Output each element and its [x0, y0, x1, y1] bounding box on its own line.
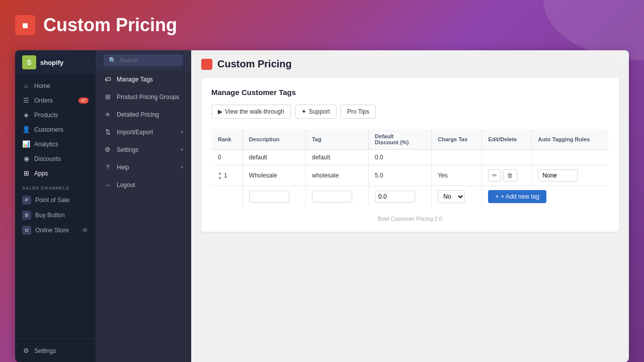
- online-store-settings-icon[interactable]: 👁: [82, 226, 89, 234]
- rank-down-arrow[interactable]: ▼: [218, 176, 222, 180]
- row0-discount: 0.0: [369, 150, 432, 165]
- help-icon: ?: [104, 163, 112, 171]
- sidebar-item-orders-label: Orders: [34, 97, 53, 104]
- shopify-sidebar: S shopify ⌂ Home ☰ Orders 47 ◈ Products …: [15, 50, 96, 362]
- card-inner: Manage Customer Tags ▶ View the walk-thr…: [201, 78, 619, 232]
- new-description-input[interactable]: [249, 191, 289, 203]
- rank-value: 1: [224, 172, 227, 179]
- submenu-logout-label: Logout: [117, 182, 135, 189]
- sidebar-item-point-of-sale[interactable]: P Point of Sale: [15, 193, 96, 208]
- action-buttons: ▶ View the walk-through ✦ Support Pro Ti…: [211, 105, 609, 119]
- submenu-settings-label: Settings: [117, 146, 138, 153]
- submenu-item-help[interactable]: ? Help ▾: [96, 158, 191, 176]
- section-title: Manage Customer Tags: [211, 88, 609, 97]
- buy-button-icon: B: [22, 211, 31, 220]
- submenu-item-detailed-pricing[interactable]: ≡ Detailed Pricing: [96, 106, 191, 123]
- submenu-item-manage-tags[interactable]: 🏷 Manage Tags: [96, 70, 191, 88]
- col-edit-delete: Edit/Delete: [482, 129, 532, 150]
- settings-arrow: ▾: [181, 147, 183, 152]
- new-row-discount[interactable]: [369, 186, 432, 208]
- app-logo: ■: [15, 15, 35, 35]
- page-header-icon: [201, 59, 212, 70]
- delete-button[interactable]: 🗑: [503, 169, 517, 182]
- product-pricing-icon: ⊞: [104, 93, 112, 101]
- sales-channels-label: SALES CHANNELS: [15, 180, 96, 193]
- sidebar-item-home[interactable]: ⌂ Home: [15, 78, 96, 93]
- sidebar-item-discounts[interactable]: ◉ Discounts: [15, 151, 96, 166]
- row1-auto-tagging: None: [532, 165, 609, 186]
- search-input[interactable]: [119, 57, 178, 64]
- buy-button-label: Buy Button: [35, 212, 65, 219]
- new-row-charge-tax[interactable]: No Yes: [432, 186, 482, 208]
- row0-rank: 0: [212, 150, 243, 165]
- sidebar-settings-label: Settings: [34, 347, 56, 354]
- new-tag-input[interactable]: [312, 191, 352, 203]
- content-area: Custom Pricing Manage Customer Tags ▶ Vi…: [191, 50, 629, 362]
- app-submenu: 🔍 🏷 Manage Tags ⊞ Product Pricing Groups…: [96, 50, 191, 362]
- walkthrough-button[interactable]: ▶ View the walk-through: [211, 105, 291, 119]
- sidebar-item-settings[interactable]: ⚙ Settings: [15, 343, 96, 358]
- support-button[interactable]: ✦ Support: [295, 105, 337, 119]
- page-header: Custom Pricing: [201, 58, 619, 70]
- settings-icon: ⚙: [22, 347, 30, 354]
- pro-tips-button[interactable]: Pro Tips: [341, 105, 376, 119]
- add-icon: +: [495, 193, 499, 200]
- page-title: Custom Pricing: [217, 58, 292, 70]
- detailed-pricing-icon: ≡: [104, 111, 112, 118]
- sidebar-item-customers[interactable]: 👤 Customers: [15, 122, 96, 137]
- col-description: Description: [243, 129, 305, 150]
- submenu-item-logout[interactable]: → Logout: [96, 176, 191, 194]
- main-content: Custom Pricing Manage Customer Tags ▶ Vi…: [191, 50, 629, 362]
- nav-items: ⌂ Home ☰ Orders 47 ◈ Products 👤 Customer…: [15, 74, 96, 339]
- logout-icon: →: [104, 181, 112, 189]
- edit-button[interactable]: ✏: [488, 169, 501, 182]
- row1-edit-delete: ✏ 🗑: [482, 165, 532, 186]
- row0-auto-tagging: [532, 150, 609, 165]
- new-row-tag[interactable]: [305, 186, 368, 208]
- submenu-product-pricing-label: Product Pricing Groups: [117, 94, 179, 101]
- sidebar-item-analytics-label: Analytics: [34, 141, 58, 148]
- rank-up-arrow[interactable]: ▲: [218, 171, 222, 175]
- analytics-icon: 📊: [22, 140, 30, 148]
- help-arrow: ▾: [181, 164, 183, 170]
- new-discount-input[interactable]: [375, 191, 415, 203]
- col-default-discount: DefaultDiscount (%): [369, 129, 432, 150]
- row0-charge-tax: [432, 150, 482, 165]
- footer-text: Bold Customer Pricing 2.0: [211, 216, 609, 222]
- table-row: 0 default default 0.0: [212, 150, 609, 165]
- col-auto-tagging: Auto Tagging Rules: [532, 129, 609, 150]
- sidebar-item-apps[interactable]: ⊞ Apps: [15, 166, 96, 180]
- submenu-settings-icon: ⚙: [104, 146, 112, 153]
- add-tag-label: + Add new tag: [501, 193, 539, 200]
- pos-icon: P: [22, 196, 31, 205]
- row1-discount: 5.0: [369, 165, 432, 186]
- row1-rank: ▲ ▼ 1: [212, 165, 243, 186]
- add-new-tag-button[interactable]: + + Add new tag: [488, 190, 546, 203]
- submenu-item-import-export[interactable]: ⇅ Import/Export ▾: [96, 123, 191, 141]
- online-store-label: Online Store: [35, 227, 69, 234]
- auto-tagging-select[interactable]: None: [538, 169, 578, 182]
- sidebar-item-analytics[interactable]: 📊 Analytics: [15, 137, 96, 151]
- pos-label: Point of Sale: [35, 197, 69, 204]
- apps-icon: ⊞: [22, 169, 30, 177]
- sidebar-item-orders[interactable]: ☰ Orders 47: [15, 93, 96, 108]
- new-row-add: + + Add new tag: [482, 186, 609, 208]
- manage-tags-icon: 🏷: [104, 75, 112, 83]
- submenu-item-settings[interactable]: ⚙ Settings ▾: [96, 141, 191, 158]
- row0-edit-delete: [482, 150, 532, 165]
- app-title: Custom Pricing: [43, 15, 177, 36]
- sidebar-item-customers-label: Customers: [34, 126, 63, 133]
- new-charge-tax-select[interactable]: No Yes: [438, 190, 465, 203]
- main-card: Manage Customer Tags ▶ View the walk-thr…: [201, 78, 619, 232]
- sidebar-item-products[interactable]: ◈ Products: [15, 108, 96, 122]
- submenu-manage-tags-label: Manage Tags: [117, 76, 153, 83]
- row1-tag: wholesale: [305, 165, 368, 186]
- import-export-icon: ⇅: [104, 128, 112, 136]
- new-row-description[interactable]: [243, 186, 305, 208]
- search-input-wrapper[interactable]: 🔍: [104, 54, 183, 66]
- sidebar-item-buy-button[interactable]: B Buy Button: [15, 208, 96, 223]
- submenu-item-product-pricing-groups[interactable]: ⊞ Product Pricing Groups: [96, 88, 191, 106]
- col-tag: Tag: [305, 129, 368, 150]
- app-logo-icon: ■: [22, 20, 28, 31]
- sidebar-item-online-store[interactable]: O Online Store 👁: [15, 223, 96, 238]
